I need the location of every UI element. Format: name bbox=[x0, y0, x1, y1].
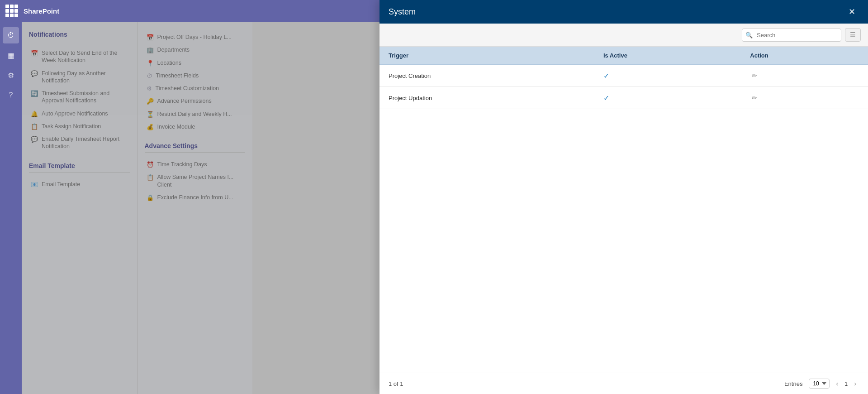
sidebar-icon-table[interactable]: ▦ bbox=[3, 47, 19, 63]
sidebar-icon-help[interactable]: ? bbox=[3, 87, 19, 103]
sidebar-icons: ⏱ ▦ ⚙ ? bbox=[0, 22, 22, 394]
edit-project-creation-button[interactable]: ✏ bbox=[750, 71, 759, 80]
entries-label: Entries bbox=[784, 380, 802, 387]
entries-select[interactable]: 5 10 25 50 bbox=[809, 379, 830, 389]
prev-page-button[interactable]: ‹ bbox=[833, 379, 841, 388]
active-check-icon: ✓ bbox=[603, 72, 609, 80]
edit-project-updation-button[interactable]: ✏ bbox=[750, 93, 759, 102]
sidebar-icon-gear[interactable]: ⚙ bbox=[3, 67, 19, 83]
table-row: Project Creation ✓ ✏ bbox=[379, 65, 868, 87]
system-table: Trigger Is Active Action Project Creatio… bbox=[379, 47, 868, 109]
system-header: System ✕ bbox=[379, 0, 868, 24]
system-pagination: 1 of 1 Entries 5 10 25 50 ‹ 1 › bbox=[379, 373, 868, 394]
action-project-updation: ✏ bbox=[741, 87, 868, 109]
system-table-wrap: Trigger Is Active Action Project Creatio… bbox=[379, 47, 868, 373]
system-panel: System ✕ 🔍 ☰ Trigger Is Active Action bbox=[379, 0, 868, 394]
current-page: 1 bbox=[843, 380, 849, 387]
table-row: Project Updation ✓ ✏ bbox=[379, 87, 868, 109]
col-trigger: Trigger bbox=[379, 47, 594, 65]
system-search-wrap: 🔍 bbox=[742, 29, 841, 42]
pagination-pages: ‹ 1 › bbox=[833, 379, 859, 388]
system-search-icon: 🔍 bbox=[745, 32, 753, 38]
system-menu-button[interactable]: ☰ bbox=[845, 28, 861, 42]
pagination-info: 1 of 1 bbox=[389, 380, 781, 387]
table-header-row: Trigger Is Active Action bbox=[379, 47, 868, 65]
app-title: SharePoint bbox=[24, 7, 59, 15]
active-check-icon-2: ✓ bbox=[603, 94, 609, 102]
main-layout: ⏱ ▦ ⚙ ? Notifications 📅 Select Day to Se… bbox=[0, 22, 868, 394]
apps-grid-icon[interactable] bbox=[5, 5, 18, 17]
col-is-active: Is Active bbox=[594, 47, 741, 65]
system-toolbar: 🔍 ☰ bbox=[379, 24, 868, 47]
system-close-button[interactable]: ✕ bbox=[845, 5, 859, 19]
action-project-creation: ✏ bbox=[741, 65, 868, 87]
next-page-button[interactable]: › bbox=[851, 379, 859, 388]
trigger-project-updation: Project Updation bbox=[379, 87, 594, 109]
col-action: Action bbox=[741, 47, 868, 65]
is-active-project-creation: ✓ bbox=[594, 65, 741, 87]
trigger-project-creation: Project Creation bbox=[379, 65, 594, 87]
system-search-input[interactable] bbox=[742, 29, 841, 42]
sidebar-icon-clock[interactable]: ⏱ bbox=[3, 27, 19, 43]
system-title: System bbox=[389, 7, 845, 17]
is-active-project-updation: ✓ bbox=[594, 87, 741, 109]
